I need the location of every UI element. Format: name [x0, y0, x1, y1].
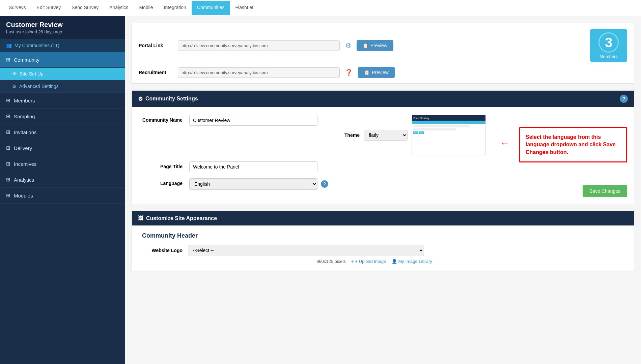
- nav-send-survey[interactable]: Send Survey: [66, 1, 104, 15]
- customize-title: Customize Site Appearance: [146, 215, 217, 221]
- save-changes-button[interactable]: Save Changes: [583, 185, 627, 197]
- sidebar-item-delivery[interactable]: ⊞ Delivery: [0, 140, 125, 156]
- help-icon-recruitment[interactable]: ❓: [345, 69, 353, 76]
- grid-icon-members: ⊞: [6, 97, 10, 103]
- grid-icon-incentives: ⊞: [6, 161, 10, 167]
- my-communities-label: My Communities (11): [15, 43, 59, 48]
- upload-icon: +: [351, 259, 354, 264]
- community-name-input[interactable]: [189, 115, 317, 126]
- preview-icon-portal: 📋: [363, 43, 368, 48]
- sidebar-item-site-setup[interactable]: 👁 Site Set Up: [0, 68, 125, 80]
- community-settings-help-icon[interactable]: ?: [620, 95, 628, 103]
- community-settings-header-left: ⚙ Community Settings: [138, 96, 198, 102]
- members-label: Members: [600, 54, 618, 59]
- sidebar-sampling-label: Sampling: [14, 114, 35, 119]
- nav-communities[interactable]: Communities: [192, 1, 230, 15]
- community-name-label: Community Name: [142, 115, 183, 123]
- sidebar-advanced-label: Advanced Settings: [19, 84, 59, 89]
- sidebar-item-invitations[interactable]: ⊞ Invitations: [0, 124, 125, 140]
- sidebar-item-analytics[interactable]: ⊞ Analytics: [0, 172, 125, 188]
- sidebar-modules-label: Modules: [14, 193, 33, 199]
- theme-select[interactable]: flatly: [364, 130, 408, 141]
- language-label: Language: [142, 178, 183, 186]
- sidebar-item-modules[interactable]: ⊞ Modules: [0, 188, 125, 204]
- theme-row: Theme flatly Panel Heading: [344, 115, 486, 155]
- theme-preview-bar2: [412, 121, 485, 124]
- settings-icon-portal[interactable]: ⚙: [345, 41, 351, 50]
- page-title-row: Page Title: [142, 161, 624, 172]
- main-layout: Customer Review Last user joined 26 days…: [0, 16, 641, 364]
- page-title-input[interactable]: [189, 161, 317, 172]
- sidebar-item-sampling[interactable]: ⊞ Sampling: [0, 109, 125, 124]
- customize-header: 🖼 Customize Site Appearance: [132, 211, 634, 225]
- sidebar-analytics-label: Analytics: [14, 177, 34, 183]
- sidebar-title: Customer Review: [6, 21, 119, 29]
- upload-image-link[interactable]: + + Upload Image: [351, 259, 386, 264]
- sidebar-item-advanced-settings[interactable]: ⚙ Advanced Settings: [0, 80, 125, 93]
- theme-preview-bar: Panel Heading: [412, 115, 485, 121]
- callout-box: ← Select the language from this language…: [519, 127, 627, 162]
- theme-preview-content: btn btn: [412, 124, 485, 135]
- eye-icon-setup: 👁: [12, 71, 17, 77]
- grid-icon-sampling: ⊞: [6, 113, 10, 119]
- community-settings-section: ⚙ Community Settings ? Community Name Th…: [132, 90, 634, 204]
- sidebar-header: Customer Review Last user joined 26 days…: [0, 16, 125, 39]
- sidebar-item-members[interactable]: ⊞ Members: [0, 93, 125, 109]
- language-help-icon[interactable]: ?: [321, 180, 328, 188]
- my-image-library-link[interactable]: 👤 My Image Library: [392, 259, 432, 264]
- person-icon-library: 👤: [392, 259, 397, 264]
- callout-arrow: ←: [500, 138, 509, 149]
- grid-icon-community: ⊞: [6, 57, 10, 63]
- language-select-row: English ?: [189, 178, 328, 190]
- recruitment-input[interactable]: [178, 67, 340, 78]
- portal-link-input[interactable]: [178, 40, 340, 51]
- customize-section: 🖼 Customize Site Appearance Community He…: [132, 211, 634, 271]
- people-icon: 👥: [6, 43, 12, 48]
- theme-preview: Panel Heading btn btn: [412, 115, 486, 155]
- image-icon-customize: 🖼: [138, 215, 143, 221]
- top-navigation: Surveys Edit Survey Send Survey Analytic…: [0, 0, 641, 16]
- community-settings-title: Community Settings: [145, 96, 198, 102]
- sidebar-my-communities[interactable]: 👥 My Communities (11): [0, 39, 125, 52]
- recruitment-label: Recruitment: [139, 70, 172, 75]
- main-content: Portal Link ⚙ 📋 Preview 3 Members Recrui…: [125, 16, 641, 364]
- grid-icon-modules: ⊞: [6, 192, 10, 199]
- recruitment-row: Recruitment ❓ 📋 Preview: [139, 67, 627, 78]
- sidebar: Customer Review Last user joined 26 days…: [0, 16, 125, 364]
- website-logo-select[interactable]: --Select --: [188, 245, 424, 256]
- nav-surveys[interactable]: Surveys: [3, 1, 31, 15]
- sidebar-item-community[interactable]: ⊞ Community: [0, 52, 125, 68]
- members-count: 3: [598, 32, 619, 53]
- theme-label: Theme: [344, 132, 360, 138]
- sidebar-community-label: Community: [14, 57, 39, 63]
- nav-edit-survey[interactable]: Edit Survey: [31, 1, 66, 15]
- members-badge: 3 Members: [590, 29, 627, 62]
- nav-mobile[interactable]: Mobile: [134, 1, 158, 15]
- community-settings-body: Community Name Theme flatly Panel Headin…: [132, 107, 634, 204]
- grid-icon-invitations: ⊞: [6, 129, 10, 135]
- sidebar-subtitle: Last user joined 26 days ago: [6, 29, 119, 34]
- page-title-label: Page Title: [142, 161, 183, 169]
- sidebar-item-incentives[interactable]: ⊞ Incentives: [0, 156, 125, 172]
- community-settings-header: ⚙ Community Settings ?: [132, 91, 634, 107]
- portal-link-row: Portal Link ⚙ 📋 Preview 3 Members: [139, 29, 627, 62]
- portal-links-section: Portal Link ⚙ 📋 Preview 3 Members Recrui…: [132, 23, 634, 84]
- language-select[interactable]: English: [189, 178, 317, 190]
- sidebar-delivery-label: Delivery: [14, 145, 32, 151]
- recruitment-preview-button[interactable]: 📋 Preview: [358, 67, 395, 78]
- portal-preview-button[interactable]: 📋 Preview: [357, 40, 393, 51]
- customize-header-left: 🖼 Customize Site Appearance: [138, 215, 217, 221]
- upload-label: + Upload Image: [355, 259, 386, 264]
- nav-integration[interactable]: Integration: [159, 1, 192, 15]
- website-logo-label: Website Logo: [142, 248, 183, 253]
- sidebar-invitations-label: Invitations: [14, 129, 37, 135]
- website-logo-row: Website Logo --Select --: [142, 245, 624, 256]
- sidebar-site-setup-label: Site Set Up: [20, 71, 44, 77]
- gear-icon-advanced: ⚙: [12, 84, 17, 89]
- upload-row: 960x125 pixels + + Upload Image 👤 My Ima…: [142, 259, 432, 264]
- sidebar-members-label: Members: [14, 98, 35, 103]
- community-header-title: Community Header: [142, 232, 624, 239]
- nav-flashlet[interactable]: FlashLet: [230, 1, 259, 15]
- callout-text: Select the language from this language d…: [526, 133, 621, 156]
- nav-analytics[interactable]: Analytics: [104, 1, 134, 15]
